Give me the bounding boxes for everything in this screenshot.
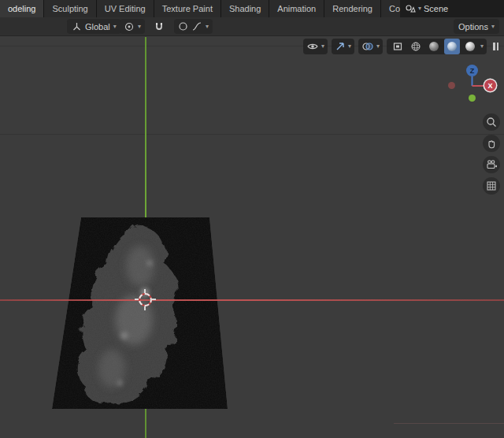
- camera-icon: [486, 159, 498, 170]
- material-sphere-icon: [447, 42, 457, 51]
- gizmo-x-axis[interactable]: X: [484, 80, 496, 91]
- chevron-down-icon: ▾: [113, 24, 117, 30]
- tab-modeling[interactable]: odeling: [0, 0, 43, 17]
- chevron-down-icon: ▾: [206, 24, 209, 30]
- pause-icon[interactable]: [491, 43, 501, 50]
- tab-uv-editing[interactable]: UV Editing: [97, 0, 154, 17]
- object-visibility-dropdown[interactable]: ▾: [303, 39, 328, 54]
- gizmo-arrow-icon: [335, 41, 346, 52]
- shading-solid-button[interactable]: [426, 39, 442, 54]
- chevron-down-icon: ▾: [491, 24, 495, 30]
- chevron-down-icon: ▾: [138, 24, 141, 30]
- tab-animation[interactable]: Animation: [269, 0, 324, 17]
- options-dropdown[interactable]: Options ▾: [454, 19, 499, 34]
- magnet-icon: [154, 21, 165, 32]
- zoom-button[interactable]: [483, 113, 500, 131]
- options-label: Options: [458, 22, 488, 32]
- orientation-label: Global: [85, 22, 110, 32]
- falloff-curve-icon: [191, 21, 202, 32]
- gizmo-neg-x-dot[interactable]: [448, 82, 455, 89]
- snap-target-dropdown[interactable]: ▾: [120, 19, 145, 34]
- pan-button[interactable]: [483, 135, 500, 152]
- shading-rendered-button[interactable]: [462, 39, 478, 54]
- terrain-plane-object[interactable]: [52, 217, 228, 410]
- 3d-viewport[interactable]: ▾ ▾ ▾: [0, 37, 504, 438]
- snap-toggle[interactable]: [150, 19, 169, 34]
- grid-icon: [486, 180, 497, 191]
- gizmo-y-axis-dot[interactable]: [469, 95, 476, 102]
- tab-rendering[interactable]: Rendering: [324, 0, 380, 17]
- shading-material-button[interactable]: [444, 39, 460, 54]
- tab-texture-paint[interactable]: Texture Paint: [154, 0, 220, 17]
- scene-icon: [405, 3, 416, 14]
- axis-line-x: [0, 299, 504, 301]
- tab-sculpting[interactable]: Sculpting: [44, 0, 95, 17]
- navigation-gizmo[interactable]: Z X: [447, 60, 498, 110]
- chevron-down-icon: ▾: [376, 43, 380, 50]
- xray-toggle[interactable]: [390, 39, 406, 54]
- gizmos-dropdown[interactable]: ▾: [332, 39, 354, 54]
- scene-selector[interactable]: ▾ Scene: [400, 0, 504, 17]
- solid-sphere-icon: [429, 42, 439, 51]
- 3d-cursor-tick: [152, 299, 156, 300]
- overlays-dropdown[interactable]: ▾: [358, 39, 383, 54]
- transform-orientation-dropdown[interactable]: Global ▾: [67, 19, 121, 34]
- workspace-tab-bar: odeling Sculpting UV Editing Texture Pai…: [0, 0, 504, 17]
- scene-name: Scene: [424, 4, 448, 13]
- blender-window: odeling Sculpting UV Editing Texture Pai…: [0, 0, 504, 438]
- tab-shading[interactable]: Shading: [221, 0, 269, 17]
- hand-icon: [486, 138, 497, 149]
- overlays-icon: [361, 41, 374, 52]
- proportional-editing-group[interactable]: ▾: [174, 19, 213, 34]
- 3d-cursor[interactable]: [139, 293, 152, 306]
- chevron-down-icon: ▾: [348, 43, 351, 50]
- rendered-sphere-icon: [465, 42, 475, 51]
- viewport-overlay-controls: ▾ ▾ ▾: [303, 39, 501, 54]
- ortho-toggle-button[interactable]: [483, 177, 500, 195]
- chevron-down-icon: ▾: [480, 43, 484, 50]
- 3d-cursor-tick: [135, 299, 139, 300]
- camera-view-button[interactable]: [483, 156, 500, 173]
- shading-mode-group: ▾: [387, 39, 487, 54]
- magnifier-icon: [486, 117, 497, 128]
- viewport-header: Global ▾ ▾: [0, 17, 504, 36]
- orientation-axis-icon: [72, 21, 82, 32]
- 3d-cursor-tick: [144, 306, 146, 310]
- viewport-nav-buttons: [483, 113, 500, 195]
- chevron-down-icon: ▾: [321, 43, 324, 50]
- proportional-editing-icon: [178, 21, 188, 32]
- eye-icon: [306, 41, 319, 52]
- grid-line-faint: [394, 423, 504, 424]
- 3d-cursor-tick: [144, 289, 146, 293]
- gizmo-z-axis[interactable]: Z: [466, 65, 478, 76]
- chevron-down-icon: ▾: [418, 6, 421, 12]
- 3d-cursor-dash-ring: [139, 293, 152, 306]
- snap-target-icon: [124, 21, 135, 32]
- grid-line: [0, 134, 504, 135]
- shading-wireframe-button[interactable]: [408, 39, 424, 54]
